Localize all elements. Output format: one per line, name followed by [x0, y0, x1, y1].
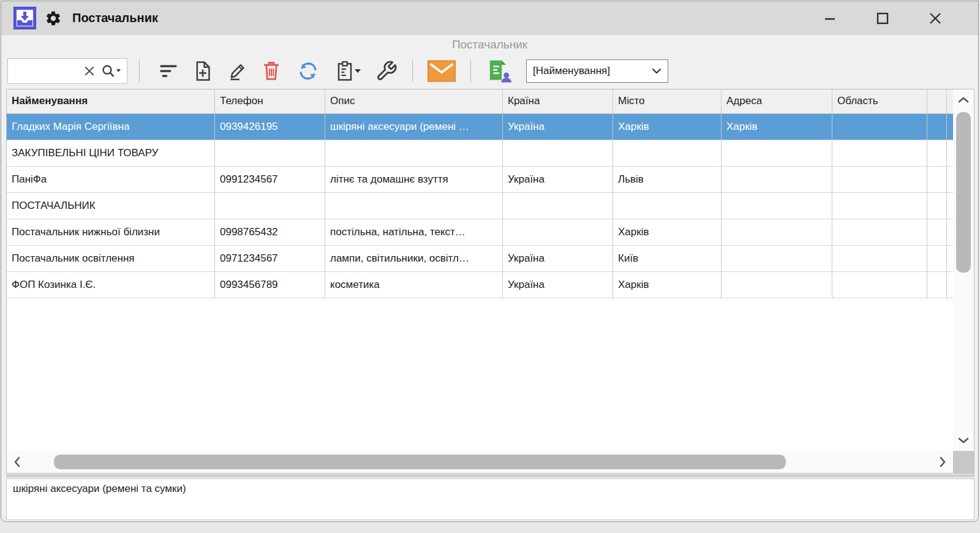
cell-city: Київ	[613, 246, 722, 271]
cell-name: Постачальник нижньої білизни	[7, 219, 215, 245]
column-header-city[interactable]: Місто	[613, 89, 722, 113]
close-button[interactable]	[923, 6, 948, 31]
filter-button[interactable]	[157, 59, 179, 83]
toolbar-separator	[139, 60, 140, 82]
cell-description: літнє та домашнє взуття	[325, 167, 503, 192]
cell-description: косметика	[325, 272, 503, 298]
cell-name: ЗАКУПІВЕЛЬНІ ЦІНИ ТОВАРУ	[7, 140, 215, 166]
cell-name: ФОП Козинка І.Є.	[7, 272, 215, 298]
description-detail-panel: шкіряні аксесуари (ремені та сумки)	[6, 478, 974, 520]
report-button[interactable]	[334, 59, 363, 83]
grid-header-row: Найменування Телефон Опис Країна Місто А…	[7, 89, 953, 114]
cell-phone: 0971234567	[215, 246, 325, 271]
cell-description: постільна, натільна, текст…	[325, 219, 503, 245]
add-record-button[interactable]	[192, 59, 214, 83]
search-input[interactable]	[8, 59, 83, 83]
sort-field-dropdown[interactable]: [Найменування]	[526, 59, 668, 83]
chevron-down-icon	[652, 67, 662, 75]
search-box	[7, 58, 127, 84]
scroll-up-icon[interactable]	[953, 92, 974, 108]
cell-country	[503, 219, 613, 245]
gear-icon[interactable]	[45, 10, 62, 27]
send-email-button[interactable]	[428, 59, 456, 83]
delete-record-button[interactable]	[260, 59, 282, 83]
cell-city: Львів	[613, 167, 722, 192]
toolbar-separator	[412, 60, 413, 82]
cell-phone: 0998765432	[215, 219, 325, 245]
cell-address	[722, 140, 832, 166]
scroll-left-icon[interactable]	[9, 451, 25, 473]
column-header-name[interactable]: Найменування	[7, 89, 215, 113]
cell-name: ПаніФа	[7, 167, 215, 192]
vertical-scrollbar[interactable]	[953, 89, 974, 451]
cell-address	[722, 272, 832, 298]
window-title: Постачальник	[72, 11, 158, 25]
cell-address	[722, 167, 832, 192]
cell-name: Гладких Марія Сергіївна	[7, 114, 215, 140]
table-row[interactable]: ЗАКУПІВЕЛЬНІ ЦІНИ ТОВАРУ	[7, 140, 953, 167]
cell-description: шкіряні аксесуари (ремені …	[325, 114, 503, 140]
cell-country: Україна	[503, 246, 613, 271]
cell-phone	[215, 140, 325, 166]
settings-button[interactable]	[375, 59, 398, 83]
table-row[interactable]: ФОП Козинка І.Є. 0993456789 косметика Ук…	[7, 272, 953, 298]
edit-record-button[interactable]	[226, 59, 248, 83]
cell-description	[325, 193, 503, 219]
cell-phone: 0939426195	[215, 114, 325, 140]
scroll-right-icon[interactable]	[935, 451, 951, 473]
table-row[interactable]: ПОСТАЧАЛЬНИК	[7, 193, 953, 219]
column-header-country[interactable]: Країна	[503, 89, 613, 113]
report-caret-icon	[354, 68, 361, 74]
column-header-phone[interactable]: Телефон	[215, 89, 325, 113]
cell-region	[832, 167, 927, 192]
cell-country	[503, 193, 613, 219]
cell-phone: 0991234567	[215, 167, 325, 192]
suppliers-grid: Найменування Телефон Опис Країна Місто А…	[6, 89, 974, 474]
cell-region	[832, 193, 927, 219]
cell-city	[613, 193, 722, 219]
refresh-button[interactable]	[297, 59, 319, 83]
grid-content: Найменування Телефон Опис Країна Місто А…	[7, 89, 953, 451]
export-contacts-button[interactable]	[486, 59, 513, 83]
add-record-icon	[193, 61, 213, 81]
cell-region	[832, 272, 927, 298]
sort-field-value: [Найменування]	[533, 65, 652, 77]
cell-region	[832, 219, 927, 245]
scroll-down-icon[interactable]	[953, 433, 974, 448]
app-icon	[13, 7, 36, 29]
cell-country	[503, 140, 613, 166]
maximize-button[interactable]	[870, 6, 895, 31]
cell-country: Україна	[503, 114, 613, 140]
cell-city	[613, 140, 722, 166]
vertical-scrollbar-thumb[interactable]	[956, 112, 971, 273]
edit-icon	[227, 61, 247, 81]
table-row[interactable]: Гладких Марія Сергіївна 0939426195 шкіря…	[7, 114, 953, 140]
maximize-icon	[875, 10, 891, 26]
column-header-description[interactable]: Опис	[325, 89, 503, 113]
titlebar: Постачальник	[1, 1, 978, 36]
cell-address	[722, 219, 832, 245]
column-header-region[interactable]: Область	[832, 89, 927, 113]
clear-search-icon[interactable]	[83, 64, 96, 78]
cell-country: Україна	[503, 167, 613, 192]
table-row[interactable]: Постачальник нижньої білизни 0998765432 …	[7, 219, 953, 246]
app-window: Постачальник Постачальник	[1, 1, 979, 522]
cell-address	[722, 246, 832, 271]
wrench-icon	[375, 60, 398, 82]
horizontal-scrollbar[interactable]	[7, 451, 953, 473]
splitter-handle[interactable]	[6, 474, 974, 477]
column-header-address[interactable]: Адреса	[722, 89, 832, 113]
horizontal-scrollbar-thumb[interactable]	[54, 455, 786, 469]
minimize-button[interactable]	[818, 6, 842, 31]
cell-city: Харків	[613, 272, 722, 298]
table-row[interactable]: ПаніФа 0991234567 літнє та домашнє взутт…	[7, 167, 953, 193]
cell-region	[832, 246, 927, 271]
close-icon	[927, 10, 943, 26]
table-row[interactable]: Постачальник освітлення 0971234567 лампи…	[7, 246, 953, 272]
scrollbar-corner	[953, 451, 974, 473]
cell-region	[832, 140, 927, 166]
cell-name: ПОСТАЧАЛЬНИК	[7, 193, 215, 219]
cell-name: Постачальник освітлення	[7, 246, 215, 271]
search-icon[interactable]	[101, 64, 122, 78]
minimize-icon	[822, 10, 838, 26]
